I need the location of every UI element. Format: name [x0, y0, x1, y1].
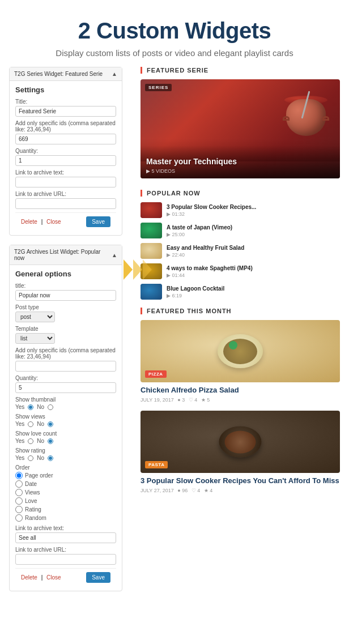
widget2-views-no-radio[interactable] — [48, 421, 53, 427]
widget2-header-label: T2G Archives List Widget: Popular now — [14, 249, 112, 261]
widget2-footer-links: Delete | Close — [21, 574, 63, 581]
widget2-archive-url-input[interactable] — [15, 554, 116, 565]
widget2-save-button[interactable]: Save — [86, 572, 110, 583]
widget2-thumbnail-group: Show thumbnail Yes No — [15, 396, 116, 410]
featured-month-1-views: ● 3 — [177, 397, 185, 403]
featured-month-item-2: PASTA 3 Popular Slow Cooker Recipes You … — [141, 411, 340, 493]
widget1-archive-text-group: Link to archive text: — [15, 169, 116, 187]
widget2-order-group: Order Page order Date Views Love Rating … — [15, 464, 116, 522]
order-pageorder-radio[interactable] — [15, 472, 23, 479]
widget2-collapse-btn[interactable]: ▲ — [112, 252, 117, 258]
popular-item-2[interactable]: A taste of Japan (Vimeo) ▶ 25:00 — [141, 223, 340, 238]
popular-thumb-1 — [141, 202, 162, 218]
featured-month-2-date: JULY 27, 2017 — [141, 488, 174, 493]
popular-name-3: Easy and Healthy Fruit Salad — [167, 245, 340, 251]
popular-item-5[interactable]: Blue Lagoon Cocktail ▶ 6:19 — [141, 284, 340, 300]
order-views-radio[interactable] — [15, 489, 23, 496]
widget2-thumbnail-yes-label: Yes — [15, 404, 24, 410]
arrow-decoration — [124, 259, 152, 280]
widget2-rating-label: Show rating — [15, 447, 116, 454]
page-header: 2 Custom Widgets Display custom lists of… — [0, 0, 349, 67]
popular-meta-1: ▶ 01:32 — [167, 211, 340, 217]
widget1-footer: Delete | Close Save — [15, 212, 116, 231]
order-date-radio[interactable] — [15, 480, 23, 488]
order-love-radio[interactable] — [15, 497, 23, 505]
widget2-archive-url-label: Link to archive URL: — [15, 547, 116, 553]
widget2-thumbnail-yes-radio[interactable] — [28, 404, 33, 410]
widget2-quantity-input[interactable] — [15, 382, 116, 393]
widget1-save-button[interactable]: Save — [86, 216, 110, 227]
popular-meta-5: ▶ 6:19 — [167, 293, 340, 298]
popular-info-4: 4 ways to make Spaghetti (MP4) ▶ 01:44 — [167, 265, 340, 278]
pizza-thumb-bg — [141, 320, 340, 382]
widget1-title-group: Title: — [15, 99, 116, 117]
popular-info-1: 3 Popular Slow Cooker Recipes... ▶ 01:32 — [167, 204, 340, 217]
featured-card-title: Master your Techniques — [146, 157, 334, 166]
widget2-body: General options title: Post type post Te… — [10, 265, 122, 591]
popular-item-3[interactable]: Easy and Healthy Fruit Salad ▶ 22:40 — [141, 243, 340, 259]
featured-month-2-views: ● 96 — [177, 488, 188, 493]
widget2-love-label: Show love count — [15, 430, 116, 437]
widget2-close-link[interactable]: Close — [46, 574, 61, 581]
popular-item-4[interactable]: 4 ways to make Spaghetti (MP4) ▶ 01:44 — [141, 263, 340, 279]
play-icon: ▶ — [146, 168, 150, 174]
widget2-title-group: title: — [15, 283, 116, 301]
widget1-quantity-group: Quantity: — [15, 148, 116, 166]
widget1-collapse-btn[interactable]: ▲ — [112, 71, 117, 77]
featured-month-2-title: 3 Popular Slow Cooker Recipes You Can't … — [141, 476, 340, 486]
widget2-posttype-group: Post type post — [15, 304, 116, 322]
widget2-ids-input[interactable] — [15, 361, 116, 372]
widget1-archive-url-label: Link to archive URL: — [15, 191, 116, 197]
featured-serie-card[interactable]: SERIES Master your Techniques ▶ 5 VIDEOS — [141, 79, 340, 178]
featured-month-2-rating: ★ 4 — [204, 488, 213, 493]
widget2-thumbnail-no-label: No — [37, 404, 44, 410]
widget1-box: T2G Series Widget: Featured Serie ▲ Sett… — [9, 67, 122, 236]
widget2-quantity-label: Quantity: — [15, 375, 116, 381]
featured-month-1-meta: JULY 19, 2017 ● 3 ♡ 4 ★ 5 — [141, 397, 340, 403]
widget2-order-label: Order — [15, 464, 116, 471]
widget2-love-no-radio[interactable] — [48, 438, 53, 444]
popular-info-3: Easy and Healthy Fruit Salad ▶ 22:40 — [167, 245, 340, 258]
order-random-radio[interactable] — [15, 514, 23, 522]
widget2-thumbnail-label: Show thumbnail — [15, 396, 116, 403]
widget2-template-select[interactable]: list — [15, 333, 55, 344]
widget2-thumbnail-radios: Yes No — [15, 404, 116, 410]
widget2-quantity-group: Quantity: — [15, 375, 116, 393]
widget1-close-link[interactable]: Close — [46, 219, 61, 225]
widget2-order-options: Page order Date Views Love Rating Random — [15, 472, 116, 522]
popular-item-1[interactable]: 3 Popular Slow Cooker Recipes... ▶ 01:32 — [141, 202, 340, 218]
widget1-body: Settings Title: Add only specific ids (c… — [10, 81, 122, 235]
widget1-archive-url-input[interactable] — [15, 198, 116, 209]
widget1-title-input[interactable] — [15, 106, 116, 117]
widget2-box: T2G Archives List Widget: Popular now ▲ … — [9, 245, 122, 591]
page-subtitle: Display custom lists of posts or video a… — [11, 48, 338, 58]
popular-name-1: 3 Popular Slow Cooker Recipes... — [167, 204, 340, 211]
popular-info-5: Blue Lagoon Cocktail ▶ 6:19 — [167, 285, 340, 298]
widget2-archive-text-input[interactable] — [15, 532, 116, 543]
order-rating-radio[interactable] — [15, 506, 23, 513]
popular-meta-4: ▶ 01:44 — [167, 272, 340, 278]
widget1-section-title: Settings — [15, 86, 116, 94]
widget2-rating-no-radio[interactable] — [48, 455, 53, 461]
page-title: 2 Custom Widgets — [11, 18, 338, 44]
widget2-views-yes-radio[interactable] — [28, 421, 33, 427]
widget1-delete-link[interactable]: Delete — [21, 219, 37, 225]
widget1-quantity-label: Quantity: — [15, 148, 116, 154]
featured-month-thumb-2[interactable]: PASTA — [141, 411, 340, 473]
widget2-posttype-label: Post type — [15, 304, 116, 310]
widget1-quantity-input[interactable] — [15, 155, 116, 166]
widget2-views-radios: Yes No — [15, 421, 116, 427]
widget2-posttype-select[interactable]: post — [15, 312, 55, 322]
widget2-thumbnail-no-radio[interactable] — [48, 404, 53, 410]
widget1-archive-text-input[interactable] — [15, 177, 116, 187]
widget2-rating-yes-radio[interactable] — [28, 455, 33, 461]
widget1-header: T2G Series Widget: Featured Serie ▲ — [10, 67, 122, 81]
widget2-delete-link[interactable]: Delete — [21, 574, 37, 581]
widget2-title-label: title: — [15, 283, 116, 289]
widget2-title-input[interactable] — [15, 290, 116, 301]
featured-card-series-badge: SERIES — [145, 84, 172, 91]
widget1-ids-input[interactable] — [15, 134, 116, 144]
widget2-love-yes-radio[interactable] — [28, 438, 33, 444]
featured-month-thumb-1[interactable]: PIZZA — [141, 320, 340, 382]
featured-month-item-1: PIZZA Chicken Alfredo Pizza Salad JULY 1… — [141, 320, 340, 403]
